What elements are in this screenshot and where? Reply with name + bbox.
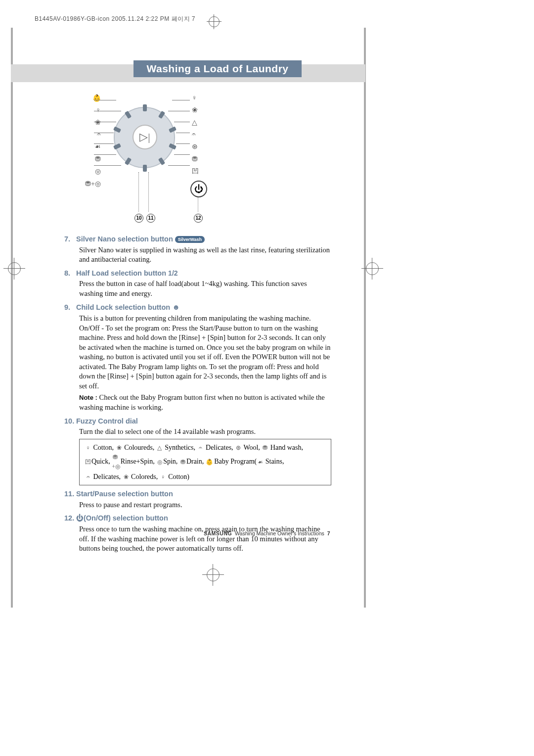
handwash-icon: ⛃ [262, 443, 268, 453]
page-title: Washing a Load of Laundry [134, 60, 302, 77]
rinse-spin-icon: ⛃+◎ [85, 180, 101, 188]
section-11-heading: 11.Start/Pause selection button [64, 489, 331, 499]
section-9-heading: 9.Child Lock selection button ☻ [64, 302, 331, 313]
wool-icon: ⊛ [235, 443, 242, 453]
note-label: Note : [79, 394, 97, 401]
section-8-body: Press the button in case of half load(ab… [79, 279, 331, 298]
crop-mark-bottom [207, 568, 220, 581]
baby-program-icon: 👶 [92, 94, 101, 102]
section-7-body: Silver Nano water is supplied in washing… [79, 245, 331, 265]
footer-text: Washing Machine Owner's Instructions [235, 530, 324, 536]
leader-line [174, 154, 190, 155]
leader-line [176, 143, 190, 144]
section-12-title: (On/Off) selection button [84, 514, 168, 522]
section-10-number: 10. [64, 417, 76, 426]
section-11-body: Press to pause and restart programs. [79, 500, 331, 510]
wash-program-list: ♀ Cotton, ❀ Coloureds, △ Synthetics, 𝄐 D… [79, 439, 331, 486]
coloureds-icon: ❀ [116, 443, 123, 453]
stains-icon: ☙ [257, 458, 264, 467]
section-7-heading: 7.Silver Nano selection button SilverWas… [64, 235, 331, 244]
crop-mark-right [366, 262, 379, 275]
coloreds-icon: ❀ [123, 472, 130, 482]
cotton-icon: ♀ [85, 443, 91, 453]
quick-icon: 凹 [192, 167, 199, 176]
callout-line-12 [198, 197, 198, 212]
section-10-body: Turn the dial to select one of the 14 av… [79, 427, 331, 437]
program-cotton2: Cotton) [168, 473, 189, 480]
leader-line [172, 100, 190, 100]
cotton-icon: ♀ [192, 94, 197, 102]
play-pause-center-icon: ▷| [133, 125, 157, 149]
footer-brand: SAMSUNG [204, 530, 232, 536]
quick-icon: 凹 [85, 458, 91, 467]
section-9-note: Note : Check out the Baby Program button… [79, 393, 331, 412]
rinse-spin-icon: ⛃+◎ [112, 453, 119, 471]
coloureds-icon: ❀ [95, 118, 101, 127]
half-load-icon: 1/2 [168, 269, 178, 277]
child-lock-icon: ☻ [172, 303, 180, 311]
section-8-title: Half Load selection button [76, 269, 166, 277]
program-handwash: Hand wash, [270, 444, 303, 451]
leader-line [176, 133, 190, 133]
section-9-title: Child Lock selection button [76, 303, 170, 311]
section-8-number: 8. [64, 269, 76, 279]
delicates-icon: 𝄐 [192, 131, 196, 139]
drain-icon: ⛃ [179, 458, 186, 467]
callout-number-11: 11 [146, 213, 156, 223]
spin-icon: ◎ [156, 458, 163, 467]
page-footer: SAMSUNG Washing Machine Owner's Instruct… [204, 530, 330, 536]
content-column: 7.Silver Nano selection button SilverWas… [64, 231, 331, 554]
section-9-number: 9. [64, 303, 76, 313]
callout-line-11 [148, 172, 149, 212]
section-12-number: 12. [64, 514, 76, 523]
leader-line [168, 165, 190, 166]
baby-program-icon: 👶 [206, 458, 213, 467]
program-wool: Wool, [243, 444, 260, 451]
callout-number-10: 10 [134, 213, 144, 223]
silverwash-badge: SilverWash [175, 236, 205, 243]
leader-line [94, 122, 116, 122]
section-11-title: Start/Pause selection button [76, 490, 173, 498]
program-quick: Quick, [91, 458, 110, 465]
program-delicates2: Delicates, [93, 473, 121, 480]
note-text: Check out the Baby Program button first … [79, 393, 325, 411]
program-drain: Drain, [186, 458, 204, 465]
section-9-body: This is a button for preventing children… [79, 314, 331, 391]
section-10-heading: 10.Fuzzy Control dial [64, 417, 331, 426]
section-10-title: Fuzzy Control dial [76, 417, 138, 425]
section-7-title: Silver Nano selection button [76, 235, 173, 243]
cotton-icon: ♀ [160, 472, 167, 482]
leader-line [94, 111, 121, 111]
dial-lug [143, 104, 147, 111]
program-coloreds2: Coloreds, [131, 473, 158, 480]
program-coloureds: Coloureds, [124, 444, 154, 451]
page-frame-right [364, 28, 366, 608]
program-rinsespin: Rinse+Spin, [121, 458, 155, 465]
power-icon: ⏻ [76, 514, 84, 522]
dial-icons-right: ♀ ❀ △ 𝄐 ⊛ ⛃ 凹 [192, 94, 199, 176]
spin-icon: ◎ [95, 167, 101, 176]
cotton-icon: ♀ [95, 106, 101, 114]
power-button-icon: ⏻ [190, 181, 207, 197]
callout-line-10 [138, 172, 139, 212]
leader-line [94, 143, 114, 144]
print-slug: B1445AV-01986Y-GB-icon 2005.11.24 2:22 P… [35, 15, 195, 23]
coloureds-icon: ❀ [192, 106, 198, 114]
wool-icon: ⊛ [192, 142, 198, 151]
section-12-body: Press once to turn the washing machine o… [79, 524, 331, 554]
program-baby: Baby Program( [214, 458, 257, 465]
leader-line [94, 133, 114, 133]
control-dial-diagram: ▷| ⏻ 👶 ♀ ❀ 𝄐 ☙ ⛃ ◎ ⛃+◎ ♀ ❀ △ 𝄐 ⊛ ⛃ 凹 [74, 89, 218, 223]
section-8-heading: 8.Half Load selection button 1/2 [64, 269, 331, 279]
crop-mark-top [209, 16, 220, 27]
section-12-heading: 12.⏻(On/Off) selection button [64, 514, 331, 523]
delicates-icon: 𝄐 [97, 131, 101, 139]
delicates-icon: 𝄐 [197, 443, 204, 453]
leader-line [168, 111, 190, 111]
program-spin: Spin, [163, 458, 178, 465]
crop-mark-left [8, 262, 21, 275]
synthetics-icon: △ [192, 118, 197, 127]
dial-lug [143, 165, 147, 172]
program-synthetics: Synthetics, [165, 444, 195, 451]
drain-icon: ⛃ [95, 155, 101, 163]
